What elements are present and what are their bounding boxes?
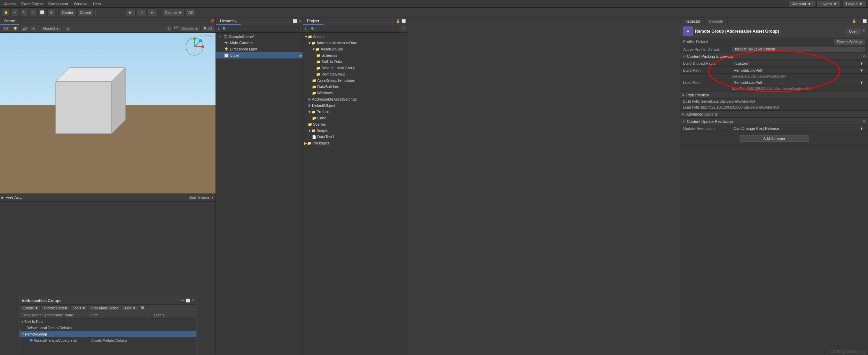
- addr-search-icon[interactable]: 🔍: [141, 306, 146, 311]
- hierarchy-close-icon[interactable]: ✕: [298, 19, 301, 23]
- toolbar-move-tool[interactable]: ✛: [11, 9, 19, 16]
- fx-toggle[interactable]: ✦: [30, 26, 37, 31]
- menu-window[interactable]: Window: [71, 1, 90, 7]
- project-databuilders[interactable]: 📁 DataBuilders: [303, 84, 407, 90]
- menu-gameobject[interactable]: GameObject: [18, 1, 46, 7]
- hierarchy-light-item[interactable]: 💡 Directional Light: [216, 46, 303, 52]
- all-dropdown[interactable]: All: [186, 9, 195, 16]
- project-assetgroups[interactable]: ▼📁 AssetGroups: [303, 46, 407, 52]
- load-path-dropdown[interactable]: RemoteLoadPath ▼: [732, 80, 865, 85]
- gizmos-dropdown[interactable]: Gizmos ▼: [162, 9, 185, 16]
- toolbar-hand-tool[interactable]: ✋: [2, 9, 10, 16]
- audio-toggle[interactable]: 🔊: [21, 26, 29, 31]
- hierarchy-camera-item[interactable]: 📷 Main Camera: [216, 40, 303, 46]
- layout-button[interactable]: Layout ▼: [842, 1, 867, 7]
- scene-viewport[interactable]: < Persp: [0, 33, 216, 194]
- shading-dropdown[interactable]: Shaded ▼: [41, 26, 61, 31]
- project-lock-icon[interactable]: 🔒: [396, 19, 400, 23]
- content-packing-settings-icon[interactable]: ⚙: [863, 54, 866, 58]
- addr-minimize-icon[interactable]: —: [181, 299, 185, 302]
- gizmos-scene-btn[interactable]: Gizmos ▼: [180, 26, 201, 31]
- project-windows[interactable]: 📁 Windows: [303, 90, 407, 96]
- step-button[interactable]: ⏭: [148, 9, 158, 16]
- project-tab[interactable]: Project: [303, 17, 323, 25]
- addr-toolbar-more-icon[interactable]: ⋮: [191, 307, 194, 310]
- addr-close-icon[interactable]: ✕: [191, 299, 194, 302]
- lighting-toggle[interactable]: 💡: [11, 26, 19, 31]
- play-button[interactable]: ▶: [126, 9, 135, 16]
- addr-remote-group-row[interactable]: ▼ RemoteGroup: [19, 331, 196, 337]
- advanced-options-header[interactable]: ▶ Advanced Options: [680, 111, 868, 118]
- hierarchy-add-btn[interactable]: +: [217, 27, 219, 31]
- hierarchy-tab[interactable]: Hierarchy: [216, 17, 241, 25]
- inspector-lock-icon[interactable]: 🔒: [852, 19, 856, 23]
- inspector-more-icon[interactable]: ⋮: [858, 19, 861, 23]
- hierarchy-more-icon[interactable]: ⋮: [288, 19, 291, 23]
- global-toggle[interactable]: Global: [77, 9, 93, 16]
- project-scenes[interactable]: 📁 Scenes: [303, 121, 407, 127]
- overdraw-toggle[interactable]: ≡: [65, 26, 71, 31]
- content-packing-header[interactable]: ▼ Content Packing & Loading ⚙: [680, 53, 868, 60]
- project-more-icon[interactable]: ⋮: [391, 19, 394, 23]
- project-schemas[interactable]: 📁 Schemas: [303, 52, 407, 58]
- inspect-top-level-button[interactable]: Inspect Top Level Settings: [732, 47, 865, 52]
- build-button[interactable]: Build ▼: [121, 306, 138, 311]
- layers-button[interactable]: Layers ▼: [816, 1, 841, 7]
- project-maximize-icon[interactable]: ⬜: [401, 19, 406, 23]
- hierarchy-cube-item[interactable]: ⬜ Cube ▶: [216, 52, 303, 58]
- profile-button[interactable]: Profile: Default: [42, 306, 70, 311]
- project-builtin-data[interactable]: 📁 Built In Data: [303, 58, 407, 65]
- console-tab[interactable]: Console: [705, 17, 727, 25]
- menu-help[interactable]: Help: [90, 1, 104, 7]
- project-add-btn[interactable]: +: [304, 27, 306, 31]
- project-assets-folder[interactable]: ▼📁 Assets: [303, 33, 407, 40]
- menu-component[interactable]: Component: [46, 1, 71, 7]
- project-scripts[interactable]: ▼📁 Scripts: [303, 127, 407, 134]
- toolbar-scale-tool[interactable]: ⤢: [29, 9, 37, 16]
- 2d-toggle[interactable]: 2D: [1, 26, 10, 31]
- scene-pin-icon[interactable]: 📌: [210, 19, 214, 23]
- tools-button[interactable]: Tools ▼: [70, 306, 88, 311]
- project-default-object[interactable]: ⚙ DefaultObject: [303, 102, 407, 109]
- inspector-tab[interactable]: Inspector: [680, 17, 705, 25]
- gizmos-bottom-btn[interactable]: Gizmos ▼: [198, 196, 214, 199]
- inspector-settings-icon[interactable]: ⚙: [862, 29, 865, 34]
- addr-default-local-row[interactable]: Default Local Group (Default): [19, 325, 196, 331]
- stats-btn[interactable]: Stats: [189, 196, 197, 199]
- project-cube-prefab[interactable]: 📁 Cube: [303, 115, 407, 121]
- toolbar-transform-tool[interactable]: ⊕: [47, 9, 55, 16]
- project-addressable-assets-data[interactable]: ▼📁 AddressableAssetsData: [303, 40, 407, 46]
- center-toggle[interactable]: Center: [60, 9, 76, 16]
- project-assetgroup-templates[interactable]: 📁 AssetGroupTemplates: [303, 77, 407, 84]
- addr-more-icon[interactable]: ⋮: [176, 299, 180, 302]
- play-mode-script-button[interactable]: Play Mode Script: [89, 306, 120, 311]
- add-schema-button[interactable]: Add Schema: [740, 135, 809, 142]
- content-update-header[interactable]: ▼ Content Update Restriction ⚙: [680, 118, 868, 125]
- project-packages[interactable]: ▶📁 Packages: [303, 140, 407, 146]
- project-addressable-settings[interactable]: ⚙ AddressableAssetSettings: [303, 96, 407, 102]
- build-load-paths-dropdown[interactable]: <custom> ▼: [732, 61, 865, 66]
- update-restriction-dropdown[interactable]: Can Change Post Release ▼: [732, 126, 865, 131]
- inspector-maximize-icon[interactable]: ⬜: [862, 19, 867, 23]
- toolbar-rotate-tool[interactable]: ↻: [20, 9, 28, 16]
- pause-button[interactable]: ⏸: [137, 9, 147, 16]
- addr-maximize-icon[interactable]: ⬜: [186, 299, 190, 302]
- addr-cube-prefab-row[interactable]: 🔷 Assets/Prefabs/Cube.prefab Assets/Pref…: [19, 337, 196, 344]
- account-button[interactable]: Account ▼: [789, 1, 815, 7]
- project-default-local-group[interactable]: 📁 Default Local Group: [303, 65, 407, 71]
- hierarchy-maximize-icon[interactable]: ⬜: [293, 19, 297, 23]
- build-path-dropdown[interactable]: RemoteBuildPath ▼: [732, 68, 865, 73]
- toolbar-rect-tool[interactable]: ⬜: [38, 9, 46, 16]
- scene-tab[interactable]: Scene: [0, 17, 19, 25]
- content-update-settings-icon[interactable]: ⚙: [863, 119, 866, 123]
- menu-assets[interactable]: Assets: [1, 1, 18, 7]
- path-preview-header[interactable]: ▶ Path Preview: [680, 92, 868, 98]
- project-remote-group[interactable]: 📁 RemoteGroup: [303, 71, 407, 77]
- create-button[interactable]: Create ▼: [21, 306, 41, 311]
- hierarchy-scene-item[interactable]: ▼ 🎬 SampleScene*: [216, 33, 303, 40]
- project-prefabs[interactable]: ▼📁 Prefabs: [303, 109, 407, 115]
- addr-builtin-row[interactable]: ▶ Built In Data: [19, 318, 196, 325]
- rotate-icon[interactable]: ↻: [166, 26, 173, 31]
- project-datatest1[interactable]: 📄 DataTest1: [303, 134, 407, 140]
- system-settings-button[interactable]: System Settings: [834, 39, 865, 45]
